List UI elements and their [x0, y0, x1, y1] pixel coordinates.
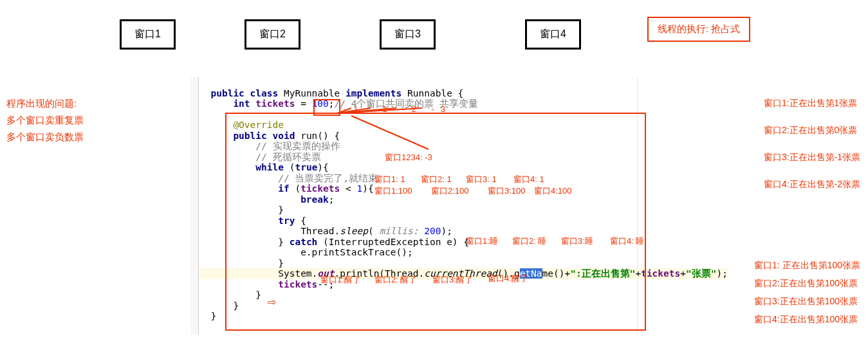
annot-wake-a: 窗口1:醒了 [320, 274, 361, 286]
code-line: } catch (InterruptedException e) { [199, 237, 469, 247]
thread-mode-box: 线程的执行: 抢占式 [647, 17, 750, 42]
annot-sleep-b: 窗口2: 睡 [512, 235, 546, 247]
code-line: } [199, 311, 216, 321]
code-line: try { [199, 216, 306, 226]
output-line: 窗口1: 正在出售第100张票 [754, 259, 860, 272]
annot-sleep-d: 窗口4: 睡 [610, 235, 644, 247]
code-line: if (tickets < 1){ [199, 183, 374, 194]
output-line: 窗口2:正在出售第100张票 [754, 277, 860, 290]
problems-line2: 多个窗口卖负数票 [6, 129, 84, 145]
output-line: 窗口4:正在出售第100张票 [754, 313, 860, 326]
code-line: public class MyRunnable implements Runna… [199, 88, 463, 98]
code-line [199, 109, 205, 120]
code-line: } [199, 300, 239, 311]
thread-mode-text: 线程的执行: 抢占式 [658, 23, 740, 34]
code-line: while (true){ [199, 162, 329, 172]
window-box-3: 窗口3 [380, 19, 436, 50]
window-label: 窗口2 [259, 28, 286, 39]
window-label: 窗口3 [394, 28, 421, 39]
editor-gutter [190, 77, 199, 335]
code-line: Thread.sleep( millis: 200); [199, 226, 452, 236]
annot-sleep-c: 窗口3:睡 [561, 235, 593, 247]
annot-row1-a: 窗口1: 1 [374, 174, 405, 185]
annot-sleep-a: 窗口1:睡 [466, 235, 498, 247]
annot-row1-c: 窗口3: 1 [466, 174, 497, 185]
right-output-group-2: 窗口1: 正在出售第100张票 窗口2:正在出售第100张票 窗口3:正在出售第… [754, 259, 860, 326]
problems-title: 程序出现的问题: [6, 95, 84, 112]
window-box-4: 窗口4 [525, 19, 581, 50]
problems-line1: 多个窗口卖重复票 [6, 112, 84, 129]
window-box-1: 窗口1 [120, 19, 176, 50]
right-output-group-1: 窗口1:正在出售第1张票 窗口2:正在出售第0张票 窗口3:正在出售第-1张票 … [764, 97, 860, 190]
annot-row2-b: 窗口2:100 [431, 185, 469, 197]
annot-wake-b: 窗口2: 醒了 [374, 274, 417, 286]
code-line: public void run() { [199, 131, 340, 141]
code-line: e.printStackTrace(); [199, 247, 413, 257]
code-line: } [199, 258, 284, 268]
output-line: 窗口3:正在出售第100张票 [754, 295, 860, 308]
annot-row2-c: 窗口3:100 [488, 185, 526, 197]
code-line: } [199, 205, 284, 215]
problems-block: 程序出现的问题: 多个窗口卖重复票 多个窗口卖负数票 [6, 95, 84, 145]
window-box-2: 窗口2 [245, 19, 300, 50]
annot-wake-d: 窗口4:醒了 [488, 273, 528, 284]
window-label: 窗口4 [540, 28, 566, 39]
arrow-icon: ⇨ [268, 296, 276, 308]
annot-minus-labels: -1 -1 -2 -3 [344, 104, 452, 114]
window-label: 窗口1 [134, 28, 161, 39]
code-line: } [199, 290, 261, 300]
output-line: 窗口1:正在出售第1张票 [764, 97, 860, 109]
code-editor[interactable]: public class MyRunnable implements Runna… [199, 77, 843, 322]
output-line: 窗口2:正在出售第0张票 [764, 124, 860, 136]
code-line: // 死循环卖票 [199, 152, 321, 162]
annot-row1-d: 窗口4: 1 [513, 174, 544, 185]
code-line: @Override [199, 120, 284, 130]
output-line: 窗口4:正在出售第-2张票 [764, 178, 860, 190]
code-line: // 当票卖完了,就结束 [199, 173, 378, 183]
code-line: tickets--; [199, 279, 335, 290]
annot-w1234: 窗口1234: -3 [385, 152, 432, 163]
code-line: break; [199, 194, 335, 205]
annot-row2-a: 窗口1:100 [374, 185, 412, 197]
code-line: // 实现卖票的操作 [199, 141, 340, 151]
output-line: 窗口3:正在出售第-1张票 [764, 151, 860, 163]
annot-wake-c: 窗口3:醒了 [432, 274, 473, 286]
annot-row1-b: 窗口2: 1 [421, 174, 452, 185]
annot-row2-d: 窗口4:100 [534, 185, 572, 197]
